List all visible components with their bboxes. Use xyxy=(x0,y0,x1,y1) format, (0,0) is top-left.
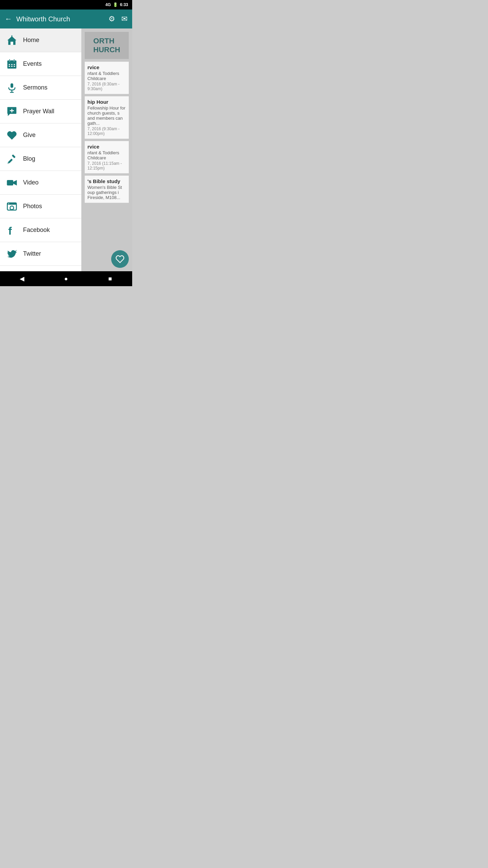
svg-rect-10 xyxy=(11,66,13,67)
event-title-3: rvice xyxy=(87,144,126,150)
twitter-icon xyxy=(5,248,18,260)
sidebar-item-label-video: Video xyxy=(23,179,39,186)
sidebar-item-label-give: Give xyxy=(23,132,36,139)
sermons-icon xyxy=(5,81,18,94)
app-header: ← Whitworth Church ⚙ ✉ xyxy=(0,9,132,28)
event-item-3[interactable]: rvice nfant & Toddlers Childcare 7, 2016… xyxy=(85,141,129,174)
svg-rect-9 xyxy=(9,66,10,67)
church-name-display: ORTHHURCH xyxy=(93,37,120,55)
sidebar-item-photos[interactable]: Photos xyxy=(0,195,81,218)
prayer-icon xyxy=(5,105,18,118)
sidebar-nav: Home Events xyxy=(0,28,81,271)
settings-button[interactable]: ⚙ xyxy=(108,15,115,23)
content-area: Home Events xyxy=(0,28,132,271)
event-time-1: 7, 2016 (8:30am - 9:30am) xyxy=(87,82,126,91)
app-title: Whitworth Church xyxy=(16,15,104,23)
status-bar: 4G 🔋 6:33 xyxy=(0,0,132,9)
sidebar-item-prayer-wall[interactable]: Prayer Wall xyxy=(0,100,81,123)
svg-point-25 xyxy=(8,203,9,204)
header-actions: ⚙ ✉ xyxy=(108,15,127,23)
mail-button[interactable]: ✉ xyxy=(121,15,127,23)
svg-rect-7 xyxy=(11,64,13,65)
sidebar-item-label-prayer-wall: Prayer Wall xyxy=(23,108,54,115)
signal-indicator: 4G xyxy=(105,2,111,7)
svg-rect-3 xyxy=(7,60,17,63)
main-content-area: ORTHHURCH rvice nfant & Toddlers Childca… xyxy=(81,28,132,271)
time-display: 6:33 xyxy=(120,2,128,7)
svg-rect-16 xyxy=(10,110,14,111)
svg-rect-6 xyxy=(9,64,10,65)
back-button[interactable]: ← xyxy=(5,15,12,23)
sidebar-item-events[interactable]: Events xyxy=(0,52,81,76)
fab-heart-icon xyxy=(115,254,125,264)
sidebar-item-label-facebook: Facebook xyxy=(23,226,50,234)
event-desc-3: nfant & Toddlers Childcare xyxy=(87,150,126,160)
blog-icon xyxy=(5,153,18,165)
event-title-4: 's Bible study xyxy=(87,178,126,184)
svg-rect-11 xyxy=(14,66,15,67)
sidebar-item-label-sermons: Sermons xyxy=(23,84,47,91)
sidebar-item-facebook[interactable]: f Facebook xyxy=(0,218,81,242)
battery-indicator: 🔋 xyxy=(113,2,118,7)
facebook-icon: f xyxy=(5,224,18,237)
video-icon xyxy=(5,176,18,189)
nav-home-button[interactable]: ● xyxy=(59,272,73,285)
svg-rect-12 xyxy=(11,83,13,87)
sidebar-item-blog[interactable]: Blog xyxy=(0,147,81,171)
svg-text:f: f xyxy=(8,225,12,236)
photos-icon xyxy=(5,200,18,213)
church-logo: ORTHHURCH xyxy=(85,32,129,59)
event-title-2: hip Hour xyxy=(87,99,126,105)
sidebar-item-sermons[interactable]: Sermons xyxy=(0,76,81,100)
svg-rect-8 xyxy=(14,64,15,65)
give-icon xyxy=(5,129,18,142)
svg-point-24 xyxy=(10,206,14,210)
sidebar-item-video[interactable]: Video xyxy=(0,171,81,195)
svg-rect-5 xyxy=(14,59,15,61)
svg-marker-21 xyxy=(13,180,17,185)
home-icon xyxy=(5,34,18,47)
event-desc-4: Women's Bible St oup gatherings i Firesi… xyxy=(87,185,126,200)
sidebar-item-give[interactable]: Give xyxy=(0,123,81,147)
sidebar-item-bible[interactable]: Bible xyxy=(0,266,81,271)
sidebar-item-label-twitter: Twitter xyxy=(23,250,41,257)
nav-recent-button[interactable]: ■ xyxy=(103,272,117,285)
event-item-1[interactable]: rvice nfant & Toddlers Childcare 7, 2016… xyxy=(85,62,129,94)
event-desc-1: nfant & Toddlers Childcare xyxy=(87,71,126,81)
sidebar-item-label-home: Home xyxy=(23,37,39,44)
sidebar-item-twitter[interactable]: Twitter xyxy=(0,242,81,266)
events-icon xyxy=(5,58,18,71)
sidebar-item-label-blog: Blog xyxy=(23,155,35,162)
event-time-3: 7, 2016 (11:15am - 12:15pm) xyxy=(87,161,126,171)
fab-give-button[interactable] xyxy=(111,250,129,268)
event-title-1: rvice xyxy=(87,64,126,70)
event-item-2[interactable]: hip Hour Fellowship Hour for church gues… xyxy=(85,96,129,139)
sidebar-item-home[interactable]: Home xyxy=(0,28,81,52)
svg-rect-4 xyxy=(9,59,10,61)
event-item-4[interactable]: 's Bible study Women's Bible St oup gath… xyxy=(85,176,129,203)
svg-rect-19 xyxy=(12,154,16,158)
event-time-2: 7, 2016 (9:30am - 12:00pm) xyxy=(87,126,126,136)
svg-rect-1 xyxy=(11,42,13,45)
svg-rect-17 xyxy=(8,158,13,163)
nav-back-button[interactable]: ◀ xyxy=(15,272,29,285)
bible-icon xyxy=(5,271,18,272)
event-desc-2: Fellowship Hour for church guests, s and… xyxy=(87,105,126,126)
sidebar-item-label-events: Events xyxy=(23,60,42,67)
bottom-nav-bar: ◀ ● ■ xyxy=(0,271,132,286)
sidebar-item-label-photos: Photos xyxy=(23,203,42,210)
svg-rect-20 xyxy=(7,180,13,185)
